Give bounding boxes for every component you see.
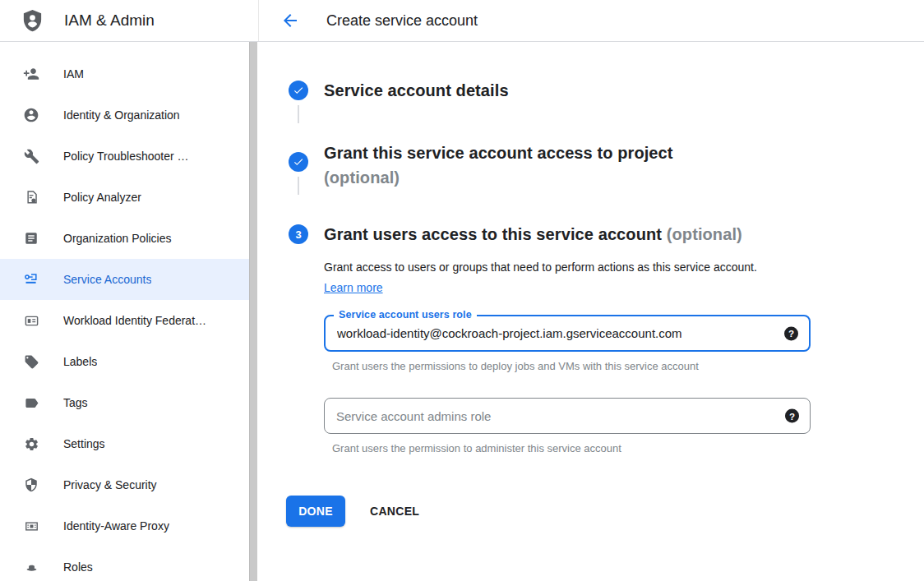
proxy-icon xyxy=(23,518,39,534)
sidebar-item-privacy-security[interactable]: Privacy & Security xyxy=(0,464,249,505)
description-text: Grant access to users or groups that nee… xyxy=(324,261,757,274)
article-icon xyxy=(23,230,39,247)
wrench-icon xyxy=(23,148,39,164)
step-3-optional-label: (optional) xyxy=(667,225,742,243)
step-1-title[interactable]: Service account details xyxy=(324,81,509,100)
person-add-icon xyxy=(23,66,39,82)
step-3-title-text: Grant users access to this service accou… xyxy=(324,225,662,243)
sidebar-item-label: Policy Troubleshooter … xyxy=(63,150,189,163)
page-header: Create service account xyxy=(259,0,924,41)
step-1-complete-badge[interactable] xyxy=(289,81,308,100)
sidebar-item-iam[interactable]: IAM xyxy=(0,53,249,95)
step-3-number-badge[interactable]: 3 xyxy=(289,224,308,244)
sidebar-item-label: Identity & Organization xyxy=(63,108,180,122)
sidebar-item-label: Tags xyxy=(63,396,88,409)
sidebar-item-identity-organization[interactable]: Identity & Organization xyxy=(0,95,249,136)
done-button[interactable]: DONE xyxy=(286,496,345,527)
form-actions: DONE CANCEL xyxy=(286,496,924,527)
sidebar-item-label: Settings xyxy=(63,437,105,450)
top-bar: IAM & Admin Create service account xyxy=(0,0,924,42)
page-title: Create service account xyxy=(326,12,478,30)
learn-more-link[interactable]: Learn more xyxy=(324,281,383,294)
sidebar-item-identity-aware-proxy[interactable]: Identity-Aware Proxy xyxy=(0,505,249,546)
sidebar-item-label: Organization Policies xyxy=(63,232,172,245)
admins-role-field: ? xyxy=(324,398,811,434)
admins-role-input[interactable] xyxy=(325,399,764,433)
step-grant-access-to-project: Grant this service account access to pro… xyxy=(289,141,924,195)
cancel-button[interactable]: CANCEL xyxy=(370,505,419,518)
users-role-helper-text: Grant users the permissions to deploy jo… xyxy=(332,360,811,372)
tag-icon xyxy=(23,353,39,370)
check-icon xyxy=(293,156,304,168)
sidebar-item-labels[interactable]: Labels xyxy=(0,341,249,382)
product-header: IAM & Admin xyxy=(0,0,259,41)
step-2-complete-badge[interactable] xyxy=(289,152,308,172)
shield-icon xyxy=(23,477,39,493)
sidebar-item-workload-identity-federation[interactable]: Workload Identity Federat… xyxy=(0,300,249,341)
app-title: IAM & Admin xyxy=(64,12,155,30)
sidebar-item-organization-policies[interactable]: Organization Policies xyxy=(0,218,249,259)
sidebar: IAM Identity & Organization Policy Troub… xyxy=(0,42,259,581)
step-connector xyxy=(298,105,299,123)
document-gear-icon xyxy=(23,189,39,205)
account-circle-icon xyxy=(23,107,39,123)
sidebar-item-label: Policy Analyzer xyxy=(63,191,141,204)
back-button[interactable] xyxy=(280,11,300,30)
step-2-optional-label: (optional) xyxy=(324,165,673,190)
step-2-title-text: Grant this service account access to pro… xyxy=(324,144,673,162)
sidebar-scrollbar[interactable] xyxy=(249,42,257,581)
hat-icon xyxy=(23,559,39,575)
sidebar-item-settings[interactable]: Settings xyxy=(0,423,249,464)
arrow-back-icon xyxy=(280,11,300,30)
users-role-field-label: Service account users role xyxy=(334,309,477,320)
sidebar-item-service-accounts[interactable]: Service Accounts xyxy=(0,259,249,300)
step-service-account-details: Service account details xyxy=(289,81,924,123)
sidebar-item-label: IAM xyxy=(63,67,84,81)
sidebar-item-label: Roles xyxy=(63,560,93,574)
users-role-field: Service account users role ? xyxy=(324,315,811,352)
id-card-icon xyxy=(23,312,39,329)
service-account-key-icon xyxy=(23,271,39,288)
label-icon xyxy=(23,394,39,411)
step-3-description: Grant access to users or groups that nee… xyxy=(324,257,786,298)
step-3-title: Grant users access to this service accou… xyxy=(324,224,811,244)
admins-role-helper-text: Grant users the permission to administer… xyxy=(332,442,811,454)
sidebar-item-label: Workload Identity Federat… xyxy=(63,314,206,327)
users-role-field-group: Service account users role ? Grant users… xyxy=(324,315,811,372)
sidebar-item-label: Service Accounts xyxy=(63,273,151,286)
sidebar-item-policy-analyzer[interactable]: Policy Analyzer xyxy=(0,177,249,218)
iam-admin-shield-icon xyxy=(21,7,44,34)
sidebar-item-roles[interactable]: Roles xyxy=(0,546,249,581)
gear-icon xyxy=(23,436,39,452)
admins-role-field-group: ? Grant users the permission to administ… xyxy=(324,398,811,454)
sidebar-item-tags[interactable]: Tags xyxy=(0,382,249,423)
create-service-account-panel: Service account details Grant this servi… xyxy=(259,42,924,581)
sidebar-item-policy-troubleshooter[interactable]: Policy Troubleshooter … xyxy=(0,136,249,177)
help-icon[interactable]: ? xyxy=(785,409,799,423)
check-icon xyxy=(293,85,304,96)
step-grant-users-access: 3 Grant users access to this service acc… xyxy=(289,224,924,454)
sidebar-item-label: Labels xyxy=(63,355,97,368)
users-role-input[interactable] xyxy=(326,316,763,350)
sidebar-item-label: Identity-Aware Proxy xyxy=(63,519,169,533)
step-2-title[interactable]: Grant this service account access to pro… xyxy=(324,141,673,190)
help-icon[interactable]: ? xyxy=(784,326,798,340)
step-connector xyxy=(298,177,299,195)
sidebar-item-label: Privacy & Security xyxy=(63,478,157,491)
